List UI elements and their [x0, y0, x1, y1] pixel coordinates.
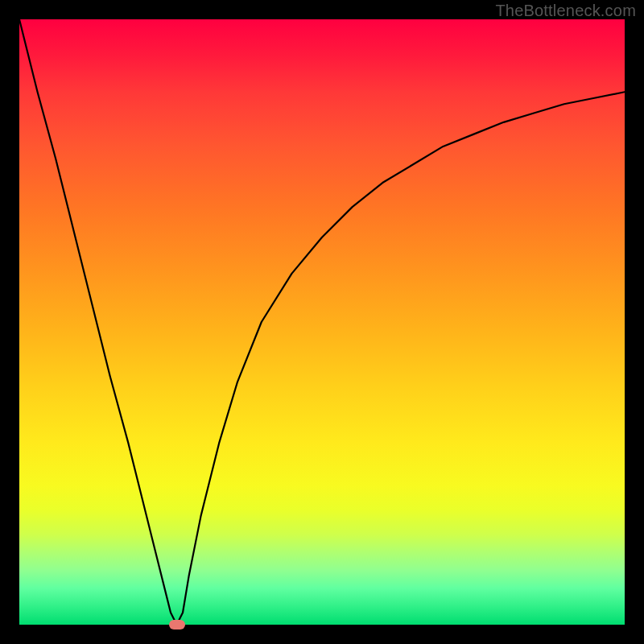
curve-svg [19, 19, 625, 625]
minimum-marker [169, 620, 185, 630]
watermark-text: TheBottleneck.com [495, 2, 636, 20]
chart-frame: TheBottleneck.com [0, 0, 644, 644]
bottleneck-curve [19, 19, 625, 625]
plot-area [19, 19, 625, 625]
